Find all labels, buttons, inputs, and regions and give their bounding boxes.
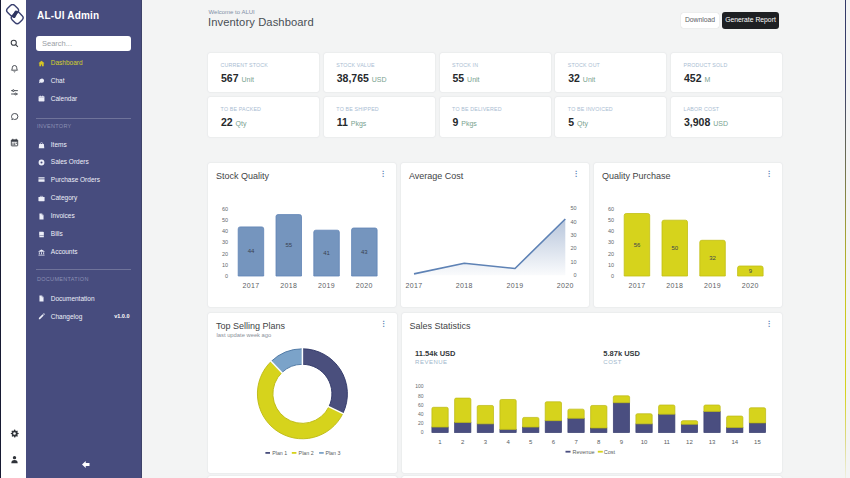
svg-text:10: 10 [222,262,228,268]
svg-text:2020: 2020 [356,282,373,289]
svg-text:12: 12 [686,439,693,445]
svg-text:11: 11 [663,439,670,445]
svg-text:100: 100 [415,383,424,389]
svg-text:2019: 2019 [318,282,335,289]
svg-text:60: 60 [608,206,614,212]
svg-text:0: 0 [225,273,228,279]
svg-text:20: 20 [417,420,423,426]
svg-text:9: 9 [619,439,623,445]
svg-text:32: 32 [709,255,716,261]
svg-text:Revenue: Revenue [572,449,594,455]
svg-text:10: 10 [608,262,614,268]
svg-text:13: 13 [708,439,715,445]
svg-text:2019: 2019 [704,282,721,289]
svg-text:30: 30 [608,239,614,245]
svg-text:8: 8 [597,439,601,445]
svg-text:2019: 2019 [506,282,523,289]
svg-text:10: 10 [570,259,576,265]
svg-text:15: 15 [754,439,761,445]
svg-text:7: 7 [574,439,578,445]
svg-text:60: 60 [222,206,228,212]
svg-text:20: 20 [222,251,228,257]
svg-text:20: 20 [608,251,614,257]
svg-text:4: 4 [506,439,510,445]
svg-text:40: 40 [417,411,423,417]
svg-text:0: 0 [573,272,576,278]
svg-text:56: 56 [634,242,641,248]
svg-text:50: 50 [671,245,678,251]
svg-text:6: 6 [551,439,555,445]
svg-text:2020: 2020 [557,282,574,289]
svg-text:30: 30 [222,239,228,245]
svg-text:41: 41 [323,250,330,256]
svg-text:2017: 2017 [628,282,645,289]
svg-text:0: 0 [611,273,614,279]
svg-text:2018: 2018 [280,282,297,289]
svg-text:Plan 1: Plan 1 [272,450,287,456]
svg-text:10: 10 [640,439,647,445]
svg-text:Plan 2: Plan 2 [299,450,314,456]
svg-text:50: 50 [222,217,228,223]
svg-text:44: 44 [248,248,255,254]
svg-text:50: 50 [608,217,614,223]
svg-text:40: 40 [570,219,576,225]
svg-text:2020: 2020 [742,282,759,289]
svg-text:2018: 2018 [666,282,683,289]
svg-text:Plan 3: Plan 3 [325,450,340,456]
svg-text:60: 60 [417,402,423,408]
svg-text:80: 80 [417,393,423,399]
svg-text:43: 43 [361,249,368,255]
svg-text:2: 2 [461,439,465,445]
svg-text:55: 55 [285,242,292,248]
svg-text:2017: 2017 [405,282,422,289]
svg-text:5: 5 [529,439,533,445]
svg-text:40: 40 [222,228,228,234]
svg-text:0: 0 [420,429,423,435]
svg-text:3: 3 [483,439,487,445]
svg-text:50: 50 [570,205,576,211]
svg-text:1: 1 [438,439,442,445]
svg-text:40: 40 [608,228,614,234]
svg-text:14: 14 [731,439,738,445]
svg-text:Cost: Cost [603,449,615,455]
svg-text:30: 30 [570,232,576,238]
svg-text:2018: 2018 [456,282,473,289]
svg-text:20: 20 [570,245,576,251]
svg-text:2017: 2017 [242,282,259,289]
